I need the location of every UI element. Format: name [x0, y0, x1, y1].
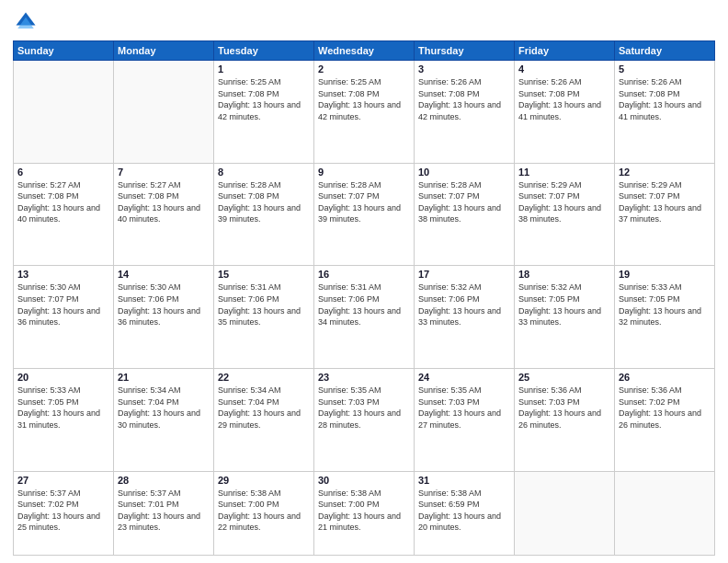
day-number: 14	[118, 269, 210, 280]
day-number: 16	[318, 269, 410, 280]
page: SundayMondayTuesdayWednesdayThursdayFrid…	[0, 0, 728, 563]
day-number: 5	[619, 63, 711, 75]
cell-info: Sunrise: 5:28 AMSunset: 7:08 PMDaylight:…	[218, 179, 310, 225]
calendar-cell: 26Sunrise: 5:36 AMSunset: 7:02 PMDayligh…	[615, 368, 715, 471]
cell-info: Sunrise: 5:31 AMSunset: 7:06 PMDaylight:…	[218, 282, 310, 327]
cell-info: Sunrise: 5:26 AMSunset: 7:08 PMDaylight:…	[619, 76, 711, 122]
day-number: 21	[118, 372, 210, 383]
calendar-cell: 21Sunrise: 5:34 AMSunset: 7:04 PMDayligh…	[114, 368, 214, 471]
day-number: 18	[518, 269, 610, 280]
weekday-header-row: SundayMondayTuesdayWednesdayThursdayFrid…	[14, 41, 715, 61]
calendar-cell: 7Sunrise: 5:27 AMSunset: 7:08 PMDaylight…	[114, 163, 214, 266]
calendar-cell: 31Sunrise: 5:38 AMSunset: 6:59 PMDayligh…	[415, 471, 515, 555]
calendar-table: SundayMondayTuesdayWednesdayThursdayFrid…	[13, 40, 715, 556]
day-number: 9	[318, 167, 410, 178]
day-number: 24	[418, 372, 510, 383]
calendar-cell: 14Sunrise: 5:30 AMSunset: 7:06 PMDayligh…	[114, 266, 214, 369]
cell-info: Sunrise: 5:25 AMSunset: 7:08 PMDaylight:…	[318, 76, 410, 122]
cell-info: Sunrise: 5:35 AMSunset: 7:03 PMDaylight:…	[318, 385, 410, 431]
cell-info: Sunrise: 5:37 AMSunset: 7:02 PMDaylight:…	[17, 488, 109, 534]
cell-info: Sunrise: 5:38 AMSunset: 7:00 PMDaylight:…	[218, 488, 310, 534]
calendar-cell: 1Sunrise: 5:25 AMSunset: 7:08 PMDaylight…	[214, 61, 314, 164]
day-number: 7	[118, 167, 210, 178]
cell-info: Sunrise: 5:33 AMSunset: 7:05 PMDaylight:…	[619, 282, 711, 327]
cell-info: Sunrise: 5:36 AMSunset: 7:02 PMDaylight:…	[619, 385, 711, 431]
day-number: 19	[619, 269, 711, 280]
day-number: 30	[318, 475, 410, 486]
cell-info: Sunrise: 5:38 AMSunset: 7:00 PMDaylight:…	[318, 488, 410, 534]
cell-info: Sunrise: 5:30 AMSunset: 7:07 PMDaylight:…	[17, 282, 109, 327]
day-number: 11	[518, 167, 610, 178]
day-number: 25	[518, 372, 610, 383]
calendar-cell	[14, 61, 114, 164]
calendar-cell: 4Sunrise: 5:26 AMSunset: 7:08 PMDaylight…	[515, 61, 615, 164]
day-number: 6	[17, 167, 109, 178]
day-number: 26	[619, 372, 711, 383]
week-row-3: 13Sunrise: 5:30 AMSunset: 7:07 PMDayligh…	[14, 266, 715, 369]
cell-info: Sunrise: 5:29 AMSunset: 7:07 PMDaylight:…	[619, 179, 711, 225]
calendar-cell: 24Sunrise: 5:35 AMSunset: 7:03 PMDayligh…	[415, 368, 515, 471]
day-number: 27	[17, 475, 109, 486]
cell-info: Sunrise: 5:36 AMSunset: 7:03 PMDaylight:…	[518, 385, 610, 431]
calendar-cell: 27Sunrise: 5:37 AMSunset: 7:02 PMDayligh…	[14, 471, 114, 555]
weekday-header-wednesday: Wednesday	[314, 41, 415, 61]
cell-info: Sunrise: 5:26 AMSunset: 7:08 PMDaylight:…	[418, 76, 510, 122]
calendar-cell: 12Sunrise: 5:29 AMSunset: 7:07 PMDayligh…	[615, 163, 715, 266]
cell-info: Sunrise: 5:37 AMSunset: 7:01 PMDaylight:…	[118, 488, 210, 534]
day-number: 23	[318, 372, 410, 383]
calendar-cell	[515, 471, 615, 555]
calendar-cell: 2Sunrise: 5:25 AMSunset: 7:08 PMDaylight…	[314, 61, 415, 164]
cell-info: Sunrise: 5:26 AMSunset: 7:08 PMDaylight:…	[518, 76, 610, 122]
calendar-cell: 11Sunrise: 5:29 AMSunset: 7:07 PMDayligh…	[515, 163, 615, 266]
cell-info: Sunrise: 5:28 AMSunset: 7:07 PMDaylight:…	[318, 179, 410, 225]
weekday-header-sunday: Sunday	[14, 41, 114, 61]
cell-info: Sunrise: 5:28 AMSunset: 7:07 PMDaylight:…	[418, 179, 510, 225]
cell-info: Sunrise: 5:33 AMSunset: 7:05 PMDaylight:…	[17, 385, 109, 431]
cell-info: Sunrise: 5:25 AMSunset: 7:08 PMDaylight:…	[218, 76, 310, 122]
day-number: 4	[518, 63, 610, 75]
day-number: 22	[218, 372, 310, 383]
calendar-cell: 10Sunrise: 5:28 AMSunset: 7:07 PMDayligh…	[415, 163, 515, 266]
cell-info: Sunrise: 5:32 AMSunset: 7:05 PMDaylight:…	[518, 282, 610, 327]
week-row-5: 27Sunrise: 5:37 AMSunset: 7:02 PMDayligh…	[14, 471, 715, 555]
cell-info: Sunrise: 5:34 AMSunset: 7:04 PMDaylight:…	[218, 385, 310, 431]
day-number: 1	[218, 63, 310, 75]
calendar-cell: 16Sunrise: 5:31 AMSunset: 7:06 PMDayligh…	[314, 266, 415, 369]
calendar-cell: 20Sunrise: 5:33 AMSunset: 7:05 PMDayligh…	[14, 368, 114, 471]
calendar-cell: 9Sunrise: 5:28 AMSunset: 7:07 PMDaylight…	[314, 163, 415, 266]
cell-info: Sunrise: 5:27 AMSunset: 7:08 PMDaylight:…	[17, 179, 109, 225]
weekday-header-monday: Monday	[114, 41, 214, 61]
logo-icon	[13, 9, 39, 35]
day-number: 3	[418, 63, 510, 75]
calendar-cell: 29Sunrise: 5:38 AMSunset: 7:00 PMDayligh…	[214, 471, 314, 555]
day-number: 2	[318, 63, 410, 75]
cell-info: Sunrise: 5:35 AMSunset: 7:03 PMDaylight:…	[418, 385, 510, 431]
calendar-cell: 5Sunrise: 5:26 AMSunset: 7:08 PMDaylight…	[615, 61, 715, 164]
cell-info: Sunrise: 5:38 AMSunset: 6:59 PMDaylight:…	[418, 488, 510, 534]
weekday-header-thursday: Thursday	[415, 41, 515, 61]
calendar-cell	[114, 61, 214, 164]
day-number: 20	[17, 372, 109, 383]
cell-info: Sunrise: 5:32 AMSunset: 7:06 PMDaylight:…	[418, 282, 510, 327]
day-number: 8	[218, 167, 310, 178]
day-number: 12	[619, 167, 711, 178]
calendar-cell: 6Sunrise: 5:27 AMSunset: 7:08 PMDaylight…	[14, 163, 114, 266]
week-row-4: 20Sunrise: 5:33 AMSunset: 7:05 PMDayligh…	[14, 368, 715, 471]
calendar-cell: 18Sunrise: 5:32 AMSunset: 7:05 PMDayligh…	[515, 266, 615, 369]
cell-info: Sunrise: 5:34 AMSunset: 7:04 PMDaylight:…	[118, 385, 210, 431]
day-number: 31	[418, 475, 510, 486]
week-row-2: 6Sunrise: 5:27 AMSunset: 7:08 PMDaylight…	[14, 163, 715, 266]
calendar-cell: 25Sunrise: 5:36 AMSunset: 7:03 PMDayligh…	[515, 368, 615, 471]
calendar-cell	[615, 471, 715, 555]
logo	[13, 9, 42, 35]
day-number: 29	[218, 475, 310, 486]
calendar-cell: 15Sunrise: 5:31 AMSunset: 7:06 PMDayligh…	[214, 266, 314, 369]
calendar-cell: 3Sunrise: 5:26 AMSunset: 7:08 PMDaylight…	[415, 61, 515, 164]
cell-info: Sunrise: 5:29 AMSunset: 7:07 PMDaylight:…	[518, 179, 610, 225]
day-number: 28	[118, 475, 210, 486]
calendar-cell: 13Sunrise: 5:30 AMSunset: 7:07 PMDayligh…	[14, 266, 114, 369]
calendar-cell: 23Sunrise: 5:35 AMSunset: 7:03 PMDayligh…	[314, 368, 415, 471]
calendar-cell: 19Sunrise: 5:33 AMSunset: 7:05 PMDayligh…	[615, 266, 715, 369]
calendar-cell: 8Sunrise: 5:28 AMSunset: 7:08 PMDaylight…	[214, 163, 314, 266]
header	[13, 9, 715, 35]
